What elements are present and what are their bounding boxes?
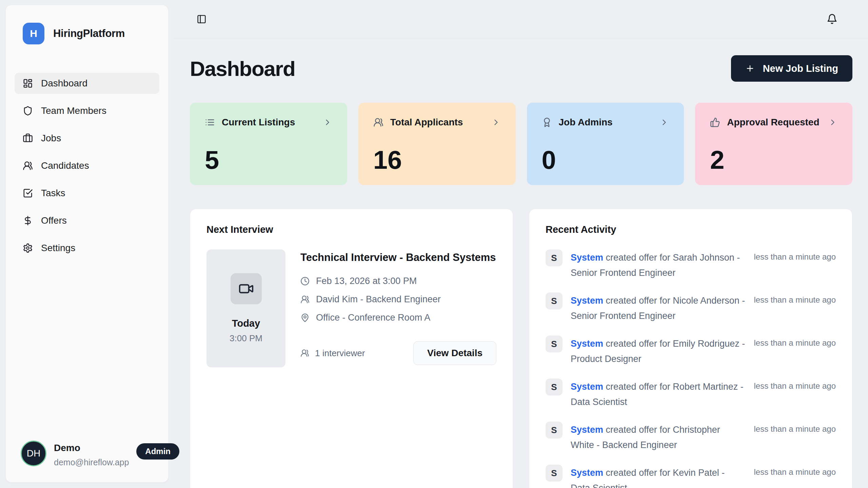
activity-avatar: S: [546, 336, 563, 352]
sidebar-item-label: Team Members: [41, 105, 106, 116]
activity-avatar: S: [546, 249, 563, 266]
app-root: H HiringPlatform Dashboard Team Members …: [0, 0, 868, 488]
bottom-panels: Next Interview Today 3:00 PM Technical I…: [190, 209, 852, 488]
sidebar-nav: Dashboard Team Members Jobs Candidates T…: [15, 73, 159, 259]
recent-activity-panel: Recent Activity S System created offer f…: [529, 209, 852, 488]
activity-text: System created offer for Sarah Johnson -…: [571, 250, 746, 281]
activity-item: S System created offer for Sarah Johnson…: [546, 249, 836, 281]
view-details-button[interactable]: View Details: [413, 341, 496, 365]
stat-card-header: Approval Requested: [710, 117, 837, 128]
activity-item: S System created offer for Robert Martin…: [546, 379, 836, 410]
interviewer-count: 1 interviewer: [300, 348, 365, 359]
checkbox-icon: [23, 188, 33, 198]
sidebar-item-jobs[interactable]: Jobs: [15, 128, 159, 149]
sidebar-item-offers[interactable]: Offers: [15, 210, 159, 231]
stat-cards: Current Listings 5 Total Applicants 16: [190, 103, 852, 185]
activity-timestamp: less than a minute ago: [754, 379, 836, 391]
panel-left-icon: [197, 14, 206, 24]
user-profile[interactable]: DH Demo demo@hireflow.app Admin: [15, 441, 159, 467]
sidebar-item-dashboard[interactable]: Dashboard: [15, 73, 159, 94]
chevron-right-icon: [491, 118, 501, 127]
chevron-right-icon: [828, 118, 837, 127]
user-name: Demo: [54, 443, 129, 453]
activity-text: System created offer for Robert Martinez…: [571, 379, 746, 410]
new-job-listing-button[interactable]: New Job Listing: [731, 55, 852, 82]
next-interview-panel: Next Interview Today 3:00 PM Technical I…: [190, 209, 513, 488]
interview-time: 3:00 PM: [230, 333, 262, 344]
gear-icon: [23, 243, 33, 253]
stat-label: Job Admins: [559, 117, 613, 128]
activity-actor-link[interactable]: System: [571, 339, 603, 349]
bell-icon: [827, 14, 837, 24]
interviewer-count-label: 1 interviewer: [315, 348, 365, 359]
stat-label: Current Listings: [222, 117, 295, 128]
interview-datetime-row: Feb 13, 2026 at 3:00 PM: [300, 276, 496, 286]
topbar: [174, 0, 868, 38]
activity-actor-link[interactable]: System: [571, 296, 603, 306]
interview-details: Technical Interview - Backend Systems Fe…: [300, 249, 496, 367]
stat-label: Approval Requested: [727, 117, 819, 128]
stat-card-approval-requested[interactable]: Approval Requested 2: [695, 103, 852, 185]
notifications-button[interactable]: [825, 12, 839, 26]
interview-datetime: Feb 13, 2026 at 3:00 PM: [316, 276, 417, 286]
chevron-right-icon: [323, 118, 332, 127]
activity-timestamp: less than a minute ago: [754, 465, 836, 477]
activity-actor-link[interactable]: System: [571, 252, 603, 263]
recent-activity-title: Recent Activity: [546, 224, 836, 235]
stat-card-job-admins[interactable]: Job Admins 0: [527, 103, 684, 185]
briefcase-icon: [23, 133, 33, 143]
dashboard-icon: [23, 78, 33, 88]
activity-item: S System created offer for Emily Rodrigu…: [546, 336, 836, 367]
list-icon: [205, 117, 215, 127]
dollar-icon: [23, 216, 33, 226]
video-icon: [231, 273, 262, 304]
sidebar-item-tasks[interactable]: Tasks: [15, 183, 159, 204]
sidebar-item-settings[interactable]: Settings: [15, 238, 159, 259]
stat-card-total-applicants[interactable]: Total Applicants 16: [358, 103, 516, 185]
brand-logo-letter: H: [30, 28, 37, 39]
users-icon: [23, 161, 33, 171]
stat-card-header: Job Admins: [542, 117, 669, 128]
interview-location: Office - Conference Room A: [316, 312, 430, 323]
activity-actor-link[interactable]: System: [571, 425, 603, 435]
activity-actor-link[interactable]: System: [571, 382, 603, 392]
sidebar-item-candidates[interactable]: Candidates: [15, 155, 159, 176]
interview-day: Today: [232, 318, 260, 329]
sidebar-item-label: Dashboard: [41, 78, 87, 89]
users-icon: [373, 117, 383, 127]
map-pin-icon: [300, 313, 310, 322]
user-info: Demo demo@hireflow.app: [54, 441, 129, 467]
activity-avatar: S: [546, 422, 563, 439]
stat-label: Total Applicants: [390, 117, 463, 128]
page-title: Dashboard: [190, 57, 295, 81]
activity-text: System created offer for Nicole Anderson…: [571, 293, 746, 324]
stat-value: 0: [542, 147, 669, 173]
brand: H HiringPlatform: [15, 23, 159, 44]
activity-text: System created offer for Kevin Patel - D…: [571, 465, 746, 488]
activity-actor-link[interactable]: System: [571, 468, 603, 478]
activity-timestamp: less than a minute ago: [754, 336, 836, 348]
interview-footer: 1 interviewer View Details: [300, 341, 496, 365]
activity-avatar: S: [546, 379, 563, 395]
activity-timestamp: less than a minute ago: [754, 249, 836, 262]
content: Dashboard New Job Listing Current Listin…: [174, 38, 868, 488]
new-job-listing-label: New Job Listing: [763, 63, 838, 74]
plus-icon: [745, 64, 755, 73]
activity-item: S System created offer for Christopher W…: [546, 422, 836, 453]
sidebar-toggle-button[interactable]: [195, 13, 208, 25]
award-icon: [542, 117, 552, 127]
brand-logo: H: [23, 23, 44, 44]
sidebar-item-team-members[interactable]: Team Members: [15, 100, 159, 121]
shield-icon: [23, 106, 33, 116]
sidebar-item-label: Jobs: [41, 133, 61, 144]
main-area: Dashboard New Job Listing Current Listin…: [174, 0, 868, 488]
stat-card-current-listings[interactable]: Current Listings 5: [190, 103, 347, 185]
interview-person: David Kim - Backend Engineer: [316, 294, 441, 305]
activity-timestamp: less than a minute ago: [754, 422, 836, 434]
avatar: DH: [21, 441, 46, 466]
brand-name: HiringPlatform: [53, 27, 125, 40]
activity-text: System created offer for Christopher Whi…: [571, 422, 746, 453]
interview-time-tile: Today 3:00 PM: [206, 249, 285, 367]
user-email: demo@hireflow.app: [54, 458, 129, 467]
stat-card-header: Current Listings: [205, 117, 332, 128]
